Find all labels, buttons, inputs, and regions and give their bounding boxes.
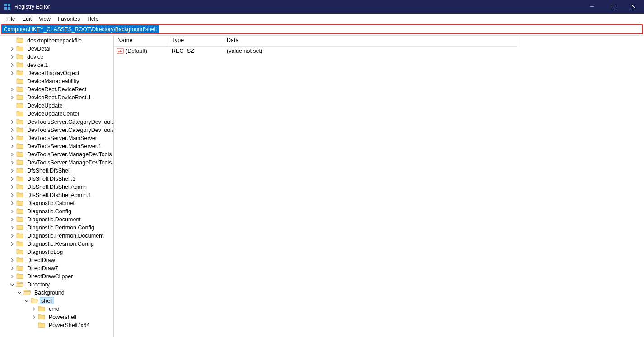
tree-item[interactable]: Diagnostic.Perfmon.Document [0, 232, 113, 240]
folder-icon [16, 200, 25, 207]
chevron-down-icon[interactable] [16, 290, 23, 296]
tree-item[interactable]: Diagnostic.Document [0, 215, 113, 224]
tree-item[interactable]: cmd [0, 305, 113, 313]
tree-item-label: PowerShell7x64 [47, 322, 91, 329]
menu-file[interactable]: File [3, 15, 19, 23]
chevron-right-icon[interactable] [9, 94, 15, 101]
chevron-right-icon[interactable] [9, 143, 15, 150]
tree-item[interactable]: DirectDraw [0, 256, 113, 264]
tree-item[interactable]: DeviceUpdateCenter [0, 110, 113, 118]
menu-view[interactable]: View [35, 15, 54, 23]
tree-item[interactable]: DiagnosticLog [0, 248, 113, 256]
tree-item[interactable]: DeviceRect.DeviceRect [0, 85, 113, 94]
chevron-right-icon[interactable] [9, 200, 15, 206]
folder-icon [16, 110, 25, 118]
tree-item-label: desktopthemepackfile [25, 37, 84, 44]
tree-item[interactable]: DeviceDisplayObject [0, 69, 113, 77]
tree-item[interactable]: DeviceUpdate [0, 102, 113, 110]
chevron-right-icon[interactable] [9, 135, 15, 141]
address-bar[interactable]: Computer\HKEY_CLASSES_ROOT\Directory\Bac… [1, 24, 643, 34]
chevron-right-icon[interactable] [9, 86, 15, 93]
tree-item[interactable]: DfsShell.DfsShell.1 [0, 175, 113, 183]
chevron-down-icon[interactable] [9, 281, 15, 288]
chevron-right-icon[interactable] [9, 176, 15, 182]
tree-item-label: DeviceUpdateCenter [25, 110, 81, 117]
chevron-right-icon[interactable] [9, 257, 15, 263]
tree-pane[interactable]: desktopthemepackfileDevDetaildevicedevic… [0, 36, 114, 337]
window-title: Registry Editor [14, 4, 582, 10]
chevron-right-icon[interactable] [9, 216, 15, 223]
chevron-right-icon[interactable] [9, 241, 15, 247]
tree-item[interactable]: Powershell [0, 313, 113, 321]
tree-item[interactable]: device.1 [0, 61, 113, 69]
folder-icon [16, 118, 25, 126]
chevron-right-icon[interactable] [9, 127, 15, 133]
tree-item[interactable]: DevToolsServer.MainServer.1 [0, 142, 113, 150]
menu-favorites[interactable]: Favorites [54, 15, 84, 23]
tree-item[interactable]: device [0, 53, 113, 61]
chevron-right-icon[interactable] [31, 314, 37, 320]
chevron-right-icon[interactable] [9, 46, 15, 52]
folder-icon [31, 297, 40, 305]
chevron-right-icon[interactable] [9, 119, 15, 125]
folder-icon [38, 314, 47, 321]
tree-item-label: Diagnostic.Resmon.Config [25, 240, 96, 248]
tree-item[interactable]: PowerShell7x64 [0, 321, 113, 329]
tree-item[interactable]: DevToolsServer.CategoryDevTools [0, 118, 113, 126]
tree-item[interactable]: DevToolsServer.ManageDevTools. [0, 159, 113, 167]
tree-item[interactable]: DfsShell.DfsShellAdmin.1 [0, 191, 113, 199]
tree-item-label: DirectDrawClipper [25, 273, 75, 280]
tree-item-label: DiagnosticLog [25, 248, 65, 256]
chevron-right-icon[interactable] [9, 233, 15, 239]
chevron-right-icon[interactable] [9, 54, 15, 60]
menu-edit[interactable]: Edit [19, 15, 35, 23]
cell-data: (value not set) [223, 48, 517, 54]
column-name[interactable]: Name [114, 36, 168, 46]
tree-item[interactable]: DevToolsServer.ManageDevTools [0, 150, 113, 159]
tree-item[interactable]: DevToolsServer.MainServer [0, 134, 113, 142]
column-data[interactable]: Data [223, 36, 517, 46]
folder-icon [16, 273, 25, 281]
tree-item[interactable]: DfsShell.DfsShell [0, 167, 113, 175]
tree-item[interactable]: Background [0, 289, 113, 297]
column-type[interactable]: Type [168, 36, 223, 46]
minimize-button[interactable] [582, 0, 602, 14]
chevron-right-icon[interactable] [9, 184, 15, 190]
tree-item[interactable]: Diagnostic.Perfmon.Config [0, 224, 113, 232]
chevron-down-icon[interactable] [23, 298, 30, 304]
tree-item[interactable]: DirectDrawClipper [0, 272, 113, 281]
tree-item-label: DevDetail [25, 45, 53, 52]
maximize-button[interactable] [602, 0, 623, 14]
tree-item[interactable]: Diagnostic.Cabinet [0, 199, 113, 207]
menu-help[interactable]: Help [84, 15, 102, 23]
tree-item[interactable]: Diagnostic.Resmon.Config [0, 240, 113, 248]
chevron-right-icon[interactable] [9, 159, 15, 166]
folder-icon [16, 192, 25, 199]
chevron-right-icon[interactable] [9, 265, 15, 271]
tree-item[interactable]: DevToolsServer.CategoryDevTools [0, 126, 113, 134]
chevron-right-icon[interactable] [9, 208, 15, 215]
tree-item-label: DevToolsServer.MainServer.1 [25, 143, 103, 150]
tree-item[interactable]: DeviceRect.DeviceRect.1 [0, 94, 113, 102]
tree-item[interactable]: DirectDraw7 [0, 264, 113, 272]
tree-item[interactable]: DeviceManageability [0, 77, 113, 85]
folder-icon [16, 70, 25, 77]
tree-item[interactable]: desktopthemepackfile [0, 37, 113, 45]
chevron-right-icon[interactable] [9, 151, 15, 158]
chevron-right-icon[interactable] [9, 168, 15, 174]
chevron-right-icon[interactable] [9, 192, 15, 198]
list-row[interactable]: ab(Default)REG_SZ(value not set) [114, 47, 517, 56]
tree-item-label: Directory [25, 281, 51, 288]
tree-item[interactable]: Directory [0, 281, 113, 289]
chevron-right-icon[interactable] [9, 62, 15, 68]
chevron-right-icon[interactable] [31, 306, 37, 312]
chevron-right-icon[interactable] [9, 273, 15, 280]
tree-item[interactable]: Diagnostic.Config [0, 207, 113, 215]
tree-item[interactable]: DfsShell.DfsShellAdmin [0, 183, 113, 191]
chevron-right-icon[interactable] [9, 225, 15, 231]
close-button[interactable] [623, 0, 644, 14]
tree-item-label: device [25, 53, 45, 61]
chevron-right-icon[interactable] [9, 70, 15, 76]
tree-item[interactable]: DevDetail [0, 45, 113, 53]
tree-item[interactable]: shell [0, 297, 113, 305]
